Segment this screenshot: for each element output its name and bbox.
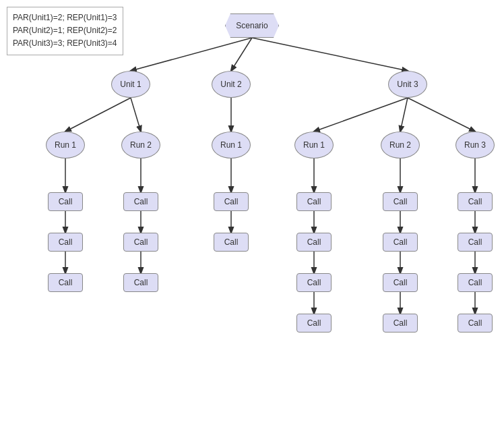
u3-run2-node: Run 2 [381, 132, 420, 158]
u3r2-call2-node: Call [383, 233, 418, 252]
u3r1-call1-node: Call [296, 192, 332, 211]
tree-svg [0, 0, 504, 433]
u1r2-call1-node: Call [123, 192, 158, 211]
u3-run1-node: Run 1 [294, 132, 334, 158]
svg-line-1 [231, 38, 252, 71]
u2r1-call2-node: Call [214, 233, 249, 252]
u3r1-call3-node: Call [296, 273, 332, 292]
svg-line-2 [252, 38, 408, 71]
svg-line-3 [65, 98, 131, 132]
svg-line-6 [314, 98, 408, 132]
u3r1-call2-node: Call [296, 233, 332, 252]
diagram-container: PAR(Unit1)=2; REP(Unit1)=3 PAR(Unit2)=1;… [0, 0, 504, 433]
u3-run3-node: Run 3 [455, 132, 495, 158]
info-box: PAR(Unit1)=2; REP(Unit1)=3 PAR(Unit2)=1;… [7, 7, 123, 55]
info-line-1: PAR(Unit1)=2; REP(Unit1)=3 [13, 11, 117, 24]
svg-line-0 [131, 38, 252, 71]
scenario-node: Scenario [225, 13, 279, 38]
u3r3-call3-node: Call [458, 273, 493, 292]
u2-run1-node: Run 1 [212, 132, 251, 158]
u3r2-call3-node: Call [383, 273, 418, 292]
u3r3-call4-node: Call [458, 314, 493, 333]
u2r1-call1-node: Call [214, 192, 249, 211]
u1r2-call2-node: Call [123, 233, 158, 252]
info-line-3: PAR(Unit3)=3; REP(Unit3)=4 [13, 37, 117, 50]
svg-line-7 [400, 98, 408, 132]
unit1-node: Unit 1 [111, 71, 150, 98]
u1r1-call2-node: Call [48, 233, 83, 252]
u3r2-call1-node: Call [383, 192, 418, 211]
u1r1-call3-node: Call [48, 273, 83, 292]
u1r1-call1-node: Call [48, 192, 83, 211]
u3r1-call4-node: Call [296, 314, 332, 333]
u3r3-call1-node: Call [458, 192, 493, 211]
u3r2-call4-node: Call [383, 314, 418, 333]
u1-run1-node: Run 1 [46, 132, 85, 158]
svg-line-4 [131, 98, 141, 132]
info-line-2: PAR(Unit2)=1; REP(Unit2)=2 [13, 24, 117, 37]
unit3-node: Unit 3 [388, 71, 427, 98]
unit2-node: Unit 2 [212, 71, 251, 98]
svg-line-8 [408, 98, 475, 132]
u3r3-call2-node: Call [458, 233, 493, 252]
u1-run2-node: Run 2 [121, 132, 160, 158]
u1r2-call3-node: Call [123, 273, 158, 292]
